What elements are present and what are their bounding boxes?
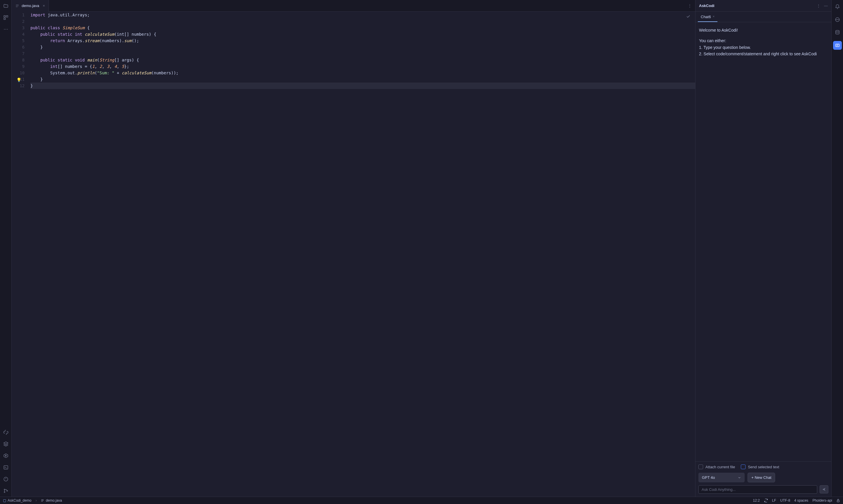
panel-title: AskCodi xyxy=(699,3,715,8)
sync-icon[interactable] xyxy=(764,499,768,503)
folder-icon[interactable] xyxy=(2,2,10,10)
layers-icon[interactable] xyxy=(2,440,10,448)
send-selected-checkbox[interactable]: Send selected text xyxy=(741,465,779,469)
editor-tabs: demo.java × ⋮ xyxy=(12,0,695,12)
terminal-icon[interactable] xyxy=(2,464,10,471)
askcodi-panel: AskCodi ⋮ — Chat6 × Welcome to AskCodi! … xyxy=(695,0,831,497)
vcs-icon[interactable] xyxy=(2,487,10,494)
askcodi-icon[interactable] xyxy=(833,41,842,50)
lock-icon[interactable] xyxy=(836,499,840,503)
more-icon[interactable] xyxy=(2,26,10,33)
new-chat-button[interactable]: + New Chat xyxy=(748,473,775,482)
close-icon[interactable]: × xyxy=(713,15,715,19)
breadcrumb-file[interactable]: demo.java xyxy=(41,499,62,503)
python-icon[interactable] xyxy=(2,429,10,436)
svg-point-13 xyxy=(836,31,839,32)
left-activity-bar xyxy=(0,0,12,497)
svg-point-11 xyxy=(4,492,5,492)
right-activity-bar xyxy=(831,0,843,497)
tab-label: demo.java xyxy=(22,3,39,8)
structure-icon[interactable] xyxy=(2,14,10,21)
editor-menu-icon[interactable]: ⋮ xyxy=(688,3,695,8)
breadcrumb-project[interactable]: ▢ AskCodi_demo xyxy=(3,499,31,503)
close-icon[interactable]: × xyxy=(43,3,45,8)
svg-rect-15 xyxy=(837,500,840,502)
chat-body: Welcome to AskCodi! You can either: 1. T… xyxy=(696,22,831,461)
svg-rect-1 xyxy=(6,16,7,17)
model-select[interactable]: GPT 4o xyxy=(698,473,745,482)
svg-rect-14 xyxy=(836,44,839,47)
panel-menu-icon[interactable]: ⋮ xyxy=(817,3,821,8)
svg-point-12 xyxy=(7,490,7,491)
line-gutter: 1 2 3 4 5 6 7 8 9 10 11 12 xyxy=(12,12,31,497)
svg-point-3 xyxy=(4,29,4,30)
encoding[interactable]: UTF-8 xyxy=(781,499,790,503)
svg-rect-8 xyxy=(4,466,8,469)
indent[interactable]: 4 spaces xyxy=(794,499,808,503)
lightbulb-icon[interactable]: 💡 xyxy=(16,77,21,83)
tab-demo-java[interactable]: demo.java × xyxy=(12,0,49,12)
file-icon xyxy=(15,4,19,8)
svg-rect-2 xyxy=(4,18,5,20)
svg-point-10 xyxy=(4,489,5,490)
code-editor[interactable]: 1 2 3 4 5 6 7 8 9 10 11 12 import java.u… xyxy=(12,12,695,497)
panel-minimize-icon[interactable]: — xyxy=(824,3,828,8)
database-icon[interactable] xyxy=(833,28,842,37)
checkbox-icon xyxy=(698,465,703,469)
chevron-right-icon: › xyxy=(35,499,37,503)
svg-point-4 xyxy=(5,29,6,30)
services-icon[interactable] xyxy=(2,452,10,459)
status-bar: ▢ AskCodi_demo › demo.java 12:2 LF UTF-8… xyxy=(0,497,843,504)
code-content[interactable]: import java.util.Arrays; public class Si… xyxy=(31,12,695,497)
checkbox-icon xyxy=(741,465,746,469)
problems-icon[interactable] xyxy=(2,475,10,483)
module-icon: ▢ xyxy=(3,499,6,503)
svg-rect-0 xyxy=(4,16,5,17)
ai-assist-icon[interactable] xyxy=(833,15,842,24)
api-status[interactable]: Pholders-api xyxy=(812,499,832,503)
line-ending[interactable]: LF xyxy=(772,499,776,503)
attach-file-checkbox[interactable]: Attach current file xyxy=(698,465,735,469)
chevron-down-icon xyxy=(738,476,741,480)
cursor-position[interactable]: 12:2 xyxy=(753,499,759,503)
bell-icon[interactable] xyxy=(833,2,842,11)
svg-marker-7 xyxy=(5,455,6,456)
chat-input[interactable] xyxy=(698,485,817,494)
chat-tab[interactable]: Chat6 × xyxy=(698,12,717,22)
send-button[interactable] xyxy=(820,485,828,493)
file-icon xyxy=(41,499,44,502)
svg-point-5 xyxy=(7,29,7,30)
